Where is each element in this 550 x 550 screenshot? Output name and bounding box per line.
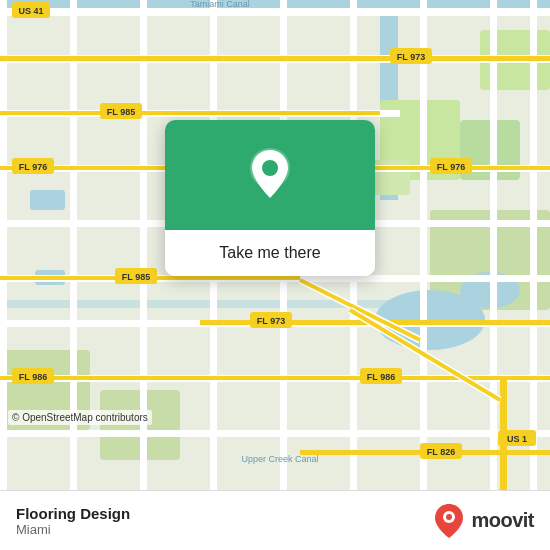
svg-point-72 xyxy=(262,160,278,176)
place-city: Miami xyxy=(16,522,130,537)
svg-rect-16 xyxy=(0,8,550,16)
svg-rect-35 xyxy=(0,111,380,115)
location-pin-icon xyxy=(246,146,294,204)
place-info: Flooring Design Miami xyxy=(16,505,130,537)
place-name: Flooring Design xyxy=(16,505,130,522)
map-attribution: © OpenStreetMap contributors xyxy=(8,410,152,425)
map-container: US 41 FL 973 FL 985 FL 976 FL 976 FL 973… xyxy=(0,0,550,490)
svg-text:FL 973: FL 973 xyxy=(397,52,425,62)
svg-rect-14 xyxy=(30,190,65,210)
svg-text:Upper Creek Canal: Upper Creek Canal xyxy=(241,454,318,464)
popup-card: Take me there xyxy=(165,120,375,276)
take-me-there-button[interactable]: Take me there xyxy=(165,230,375,276)
svg-point-74 xyxy=(446,514,452,520)
svg-rect-25 xyxy=(0,0,7,490)
svg-text:FL 973: FL 973 xyxy=(257,316,285,326)
svg-rect-34 xyxy=(0,56,550,61)
svg-text:US 1: US 1 xyxy=(507,434,527,444)
svg-text:US 41: US 41 xyxy=(18,6,43,16)
svg-text:FL 976: FL 976 xyxy=(437,162,465,172)
svg-text:FL 976: FL 976 xyxy=(19,162,47,172)
moovit-pin-icon xyxy=(433,502,465,540)
svg-rect-31 xyxy=(420,0,427,490)
svg-text:FL 985: FL 985 xyxy=(122,272,150,282)
svg-rect-24 xyxy=(0,430,550,437)
bottom-bar: Flooring Design Miami moovit xyxy=(0,490,550,550)
popup-green-header xyxy=(165,120,375,230)
svg-rect-33 xyxy=(530,0,537,490)
svg-text:Tamiami Canal: Tamiami Canal xyxy=(190,0,250,9)
moovit-logo[interactable]: moovit xyxy=(433,502,534,540)
moovit-text: moovit xyxy=(471,509,534,532)
svg-text:FL 986: FL 986 xyxy=(367,372,395,382)
svg-text:FL 985: FL 985 xyxy=(107,107,135,117)
svg-text:FL 826: FL 826 xyxy=(427,447,455,457)
svg-rect-32 xyxy=(490,0,497,490)
svg-text:FL 986: FL 986 xyxy=(19,372,47,382)
